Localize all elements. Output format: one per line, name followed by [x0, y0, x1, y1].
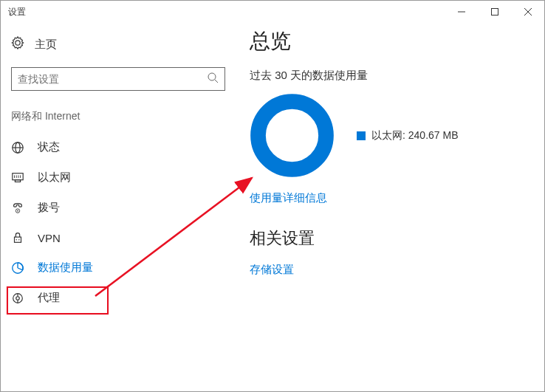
svg-rect-9 — [13, 173, 23, 179]
proxy-icon — [11, 292, 24, 305]
search-icon — [207, 72, 219, 86]
svg-point-16 — [17, 210, 18, 211]
content-area: 主页 网络和 Internet 状态 — [1, 23, 544, 391]
usage-chart-row: 以太网: 240.67 MB — [250, 93, 544, 178]
svg-point-24 — [16, 296, 20, 300]
usage-details-link[interactable]: 使用量详细信息 — [250, 191, 327, 205]
window-controls — [445, 1, 544, 23]
nav-item-vpn[interactable]: VPN — [1, 223, 231, 252]
related-settings-title: 相关设置 — [250, 227, 544, 250]
nav-item-proxy[interactable]: 代理 — [1, 283, 231, 313]
svg-point-4 — [208, 73, 216, 80]
nav-label: 状态 — [38, 140, 60, 154]
overview-subtitle: 过去 30 天的数据使用量 — [250, 69, 544, 83]
minimize-button[interactable] — [445, 1, 478, 23]
nav-item-data-usage[interactable]: 数据使用量 — [1, 252, 231, 283]
search-input[interactable] — [18, 73, 207, 85]
dialup-icon — [11, 202, 24, 215]
window-title: 设置 — [8, 6, 26, 18]
nav-item-dialup[interactable]: 拨号 — [1, 193, 231, 223]
svg-point-19 — [18, 239, 19, 240]
vpn-icon — [11, 231, 24, 244]
maximize-button[interactable] — [478, 1, 511, 23]
storage-settings-link[interactable]: 存储设置 — [250, 263, 294, 277]
chart-legend: 以太网: 240.67 MB — [357, 129, 459, 142]
home-label: 主页 — [35, 38, 57, 52]
nav-label: 拨号 — [38, 201, 60, 215]
data-usage-icon — [11, 261, 24, 275]
nav-label: 数据使用量 — [38, 261, 93, 275]
nav-item-ethernet[interactable]: 以太网 — [1, 162, 231, 193]
nav-label: 以太网 — [38, 171, 71, 185]
home-button[interactable]: 主页 — [1, 30, 231, 63]
nav-label: VPN — [38, 232, 61, 244]
titlebar: 设置 — [1, 1, 544, 23]
nav-label: 代理 — [38, 291, 60, 305]
svg-point-27 — [258, 102, 326, 170]
svg-rect-1 — [491, 9, 498, 16]
gear-icon — [11, 36, 24, 52]
overview-title: 总览 — [250, 27, 544, 55]
section-title: 网络和 Internet — [1, 91, 231, 132]
svg-rect-10 — [15, 179, 20, 182]
close-button[interactable] — [511, 1, 544, 23]
maximize-icon — [491, 8, 498, 16]
minimize-icon — [458, 8, 465, 16]
usage-donut-chart — [250, 93, 335, 178]
close-icon — [524, 8, 532, 16]
sidebar: 主页 网络和 Internet 状态 — [1, 23, 231, 391]
svg-point-18 — [16, 239, 16, 240]
ethernet-icon — [11, 171, 24, 185]
svg-line-5 — [215, 80, 218, 83]
legend-label: 以太网: 240.67 MB — [371, 129, 459, 142]
main-panel: 总览 过去 30 天的数据使用量 以太网: 240.67 MB 使用量详细信息 … — [231, 23, 544, 391]
status-icon — [11, 141, 24, 154]
svg-rect-17 — [15, 237, 21, 242]
settings-window: 设置 主页 — [0, 0, 545, 392]
legend-color-square — [357, 131, 366, 140]
nav-item-status[interactable]: 状态 — [1, 132, 231, 162]
svg-line-22 — [18, 268, 22, 270]
search-box[interactable] — [11, 67, 225, 91]
